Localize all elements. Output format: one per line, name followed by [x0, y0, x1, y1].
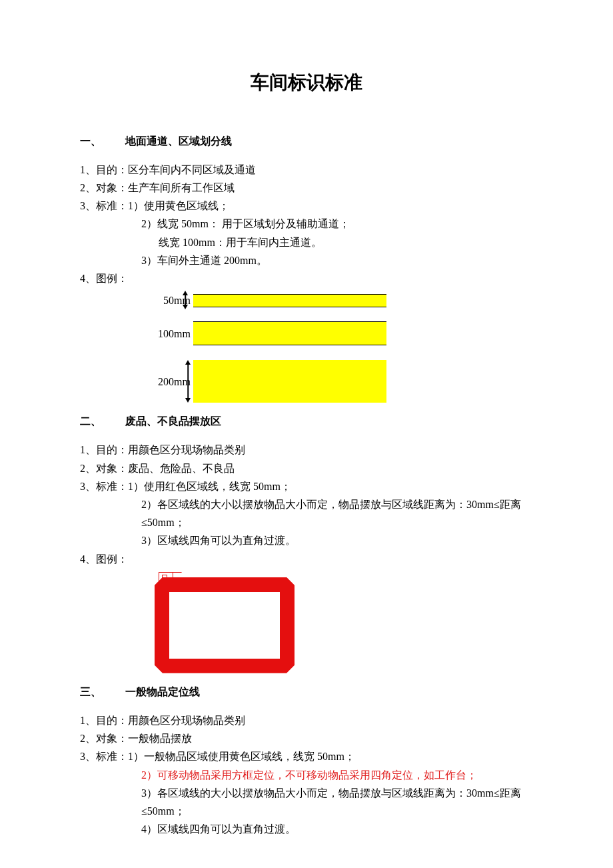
body-text: 1、目的：用颜色区分现场物品类别	[80, 441, 533, 459]
body-text: 2、对象：废品、危险品、不良品	[80, 459, 533, 477]
body-text: 4、图例：	[80, 550, 533, 568]
section-heading: 三、一般物品定位线	[80, 683, 533, 701]
section-heading: 一、地面通道、区域划分线	[80, 132, 533, 150]
yellow-bar-200	[193, 360, 386, 403]
body-text: 3）区域线四角可以为直角过渡。	[80, 531, 533, 549]
dimension-arrow-icon	[181, 293, 189, 307]
diagram-yellow-lines: 50mm 100mm 200mm	[147, 291, 533, 403]
diagram-red-frame	[155, 572, 295, 673]
body-text: 1、目的：区分车间内不同区域及通道	[80, 161, 533, 179]
body-text: 3）各区域线的大小以摆放物品大小而定，物品摆放与区域线距离为：30mm≤距离≤5…	[80, 784, 533, 820]
section-num: 二、	[80, 412, 101, 430]
body-text: 2）各区域线的大小以摆放物品大小而定，物品摆放与区域线距离为：30mm≤距离≤5…	[80, 495, 533, 531]
section-title: 一般物品定位线	[125, 686, 200, 697]
body-text-highlighted: 2）可移动物品采用方框定位，不可移动物品采用四角定位，如工作台；	[80, 766, 533, 784]
yellow-bar-100	[193, 321, 386, 345]
section-num: 三、	[80, 683, 101, 701]
body-text: 线宽 100mm：用于车间内主通道。	[80, 233, 533, 251]
body-text: 2、对象：生产车间所有工作区域	[80, 179, 533, 197]
body-text: 3、标准：1）使用黄色区域线；	[80, 197, 533, 215]
body-text: 3、标准：1）使用红色区域线，线宽 50mm；	[80, 477, 533, 495]
body-text: 2）线宽 50mm： 用于区域划分及辅助通道；	[80, 215, 533, 233]
red-frame-inner	[169, 592, 280, 659]
yellow-bar-50	[193, 294, 386, 307]
dim-label-100: 100mm	[147, 325, 191, 343]
section-num: 一、	[80, 132, 101, 150]
document-title: 车间标识标准	[80, 67, 533, 99]
section-title: 地面通道、区域划分线	[125, 135, 232, 147]
dimension-arrow-icon	[184, 360, 192, 403]
body-text: 4、图例：	[80, 269, 533, 287]
body-text: 2、对象：一般物品摆放	[80, 729, 533, 747]
section-title: 废品、不良品摆放区	[125, 415, 221, 427]
body-text: 4）区域线四角可以为直角过渡。	[80, 820, 533, 838]
section-heading: 二、废品、不良品摆放区	[80, 412, 533, 430]
body-text: 1、目的：用颜色区分现场物品类别	[80, 711, 533, 729]
body-text: 3、标准：1）一般物品区域使用黄色区域线，线宽 50mm；	[80, 747, 533, 765]
body-text: 3）车间外主通道 200mm。	[80, 251, 533, 269]
